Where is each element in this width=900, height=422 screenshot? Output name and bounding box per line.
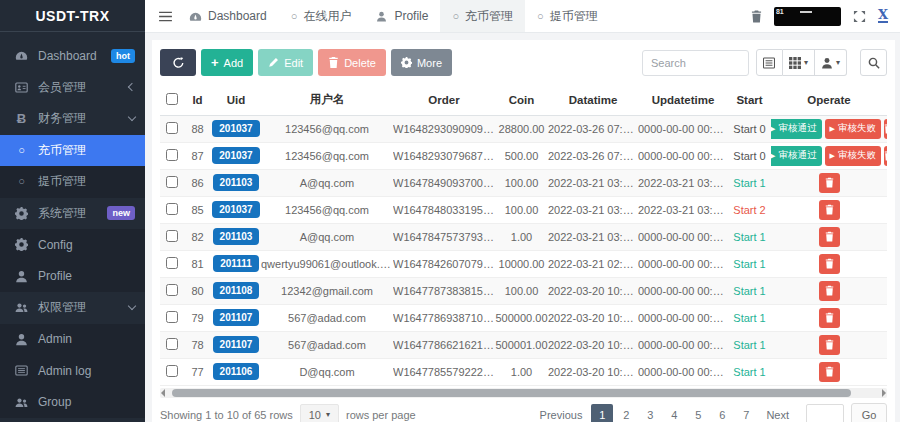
toggle-view-button[interactable] — [756, 49, 783, 76]
refresh-button[interactable] — [160, 49, 196, 76]
go-button[interactable]: Go — [851, 403, 887, 422]
column-header-1[interactable]: Uid — [211, 85, 261, 115]
search-input[interactable] — [642, 50, 749, 76]
approve-button[interactable]: ▶审核通过 — [771, 119, 822, 139]
row-checkbox[interactable] — [166, 284, 178, 296]
tab-label: 在线用户 — [303, 8, 351, 25]
more-button[interactable]: More — [391, 49, 452, 76]
page-button-1[interactable]: 1 — [591, 404, 613, 422]
page-button-7[interactable]: 7 — [735, 404, 757, 422]
uid-badge[interactable]: 201037 — [212, 201, 259, 218]
previous-page-button[interactable]: Previous — [533, 404, 590, 422]
tab-profile[interactable]: Profile — [363, 0, 440, 32]
cell-order: W1647786938710818 — [393, 304, 495, 331]
search-button[interactable] — [860, 49, 887, 76]
column-header-8[interactable]: Operate — [771, 85, 887, 115]
delete-row-button[interactable] — [819, 335, 840, 355]
row-checkbox[interactable] — [166, 149, 178, 161]
page-button-5[interactable]: 5 — [687, 404, 709, 422]
delete-button[interactable]: Delete — [318, 49, 386, 76]
row-checkbox[interactable] — [166, 122, 178, 134]
delete-row-button[interactable] — [819, 308, 840, 328]
row-checkbox[interactable] — [166, 338, 178, 350]
delete-row-button[interactable] — [819, 173, 840, 193]
column-header-6[interactable]: Updatetime — [638, 85, 728, 115]
page-button-4[interactable]: 4 — [663, 404, 685, 422]
row-checkbox[interactable] — [166, 230, 178, 242]
delete-row-button[interactable] — [819, 254, 840, 274]
reject-button[interactable]: ▶审核失败 — [825, 119, 881, 139]
delete-row-button[interactable] — [819, 200, 840, 220]
reject-button[interactable]: ▶审核失败 — [825, 146, 881, 166]
sidebar-item-system[interactable]: 系统管理new — [0, 198, 145, 230]
page-button-3[interactable]: 3 — [639, 404, 661, 422]
delete-row-button[interactable] — [884, 119, 887, 139]
row-checkbox[interactable] — [166, 203, 178, 215]
scrollbar-thumb[interactable] — [172, 389, 851, 397]
cell-id: 81 — [184, 250, 211, 277]
delete-row-button[interactable] — [884, 146, 887, 166]
column-header-7[interactable]: Start — [728, 85, 771, 115]
operate-cell — [771, 281, 887, 301]
uid-badge[interactable]: 201107 — [213, 309, 260, 326]
page-button-6[interactable]: 6 — [711, 404, 733, 422]
sidebar-item-profile[interactable]: Profile — [0, 261, 145, 293]
delete-row-button[interactable] — [819, 227, 840, 247]
tab-online-users[interactable]: ○在线用户 — [279, 0, 364, 32]
column-header-5[interactable]: Datatime — [548, 85, 638, 115]
uid-badge[interactable]: 201037 — [212, 120, 259, 137]
sidebar-item-members[interactable]: 会员管理 — [0, 72, 145, 104]
row-checkbox[interactable] — [166, 365, 178, 377]
delete-row-button[interactable] — [819, 281, 840, 301]
redacted-account[interactable]: 81 — [774, 7, 841, 26]
column-header-0[interactable]: Id — [184, 85, 211, 115]
sidebar-item-admin[interactable]: Admin — [0, 324, 145, 356]
trash-icon[interactable] — [751, 10, 762, 23]
columns-button[interactable]: ▾ — [783, 49, 815, 76]
logout-icon[interactable]: X — [878, 9, 888, 23]
hamburger-menu-icon[interactable] — [153, 11, 177, 22]
tachometer-icon — [189, 11, 202, 22]
uid-badge[interactable]: 201108 — [213, 282, 260, 299]
row-checkbox[interactable] — [166, 176, 178, 188]
sidebar-item-permission[interactable]: 权限管理 — [0, 292, 145, 324]
row-checkbox[interactable] — [166, 311, 178, 323]
goto-page-input[interactable] — [806, 404, 844, 422]
row-checkbox[interactable] — [166, 257, 178, 269]
sidebar-item-admin-log[interactable]: Admin log — [0, 355, 145, 387]
sidebar-item-withdraw[interactable]: ○提币管理 — [0, 166, 145, 198]
uid-badge[interactable]: 201037 — [212, 147, 259, 164]
scroll-right-arrow-icon[interactable] — [882, 389, 886, 397]
tab-dashboard[interactable]: Dashboard — [177, 0, 279, 32]
fullscreen-icon[interactable] — [853, 10, 866, 23]
uid-badge[interactable]: 201107 — [213, 336, 260, 353]
uid-badge[interactable]: 201111 — [213, 255, 259, 272]
scroll-left-arrow-icon[interactable] — [161, 389, 165, 397]
sidebar-item-config[interactable]: Config — [0, 229, 145, 261]
approve-button[interactable]: ▶审核通过 — [771, 146, 822, 166]
uid-badge[interactable]: 201103 — [213, 174, 260, 191]
next-page-button[interactable]: Next — [759, 404, 796, 422]
cell-datatime: 2022-03-20 10:43:03 — [548, 277, 638, 304]
edit-button[interactable]: Edit — [258, 49, 313, 76]
sidebar-item-finance[interactable]: Ƀ财务管理 — [0, 103, 145, 135]
cell-order: W1647849093700184 — [393, 169, 495, 196]
export-button[interactable]: ▾ — [815, 49, 847, 76]
uid-badge[interactable]: 201103 — [213, 228, 260, 245]
uid-badge[interactable]: 201106 — [213, 363, 260, 380]
column-header-4[interactable]: Coin — [495, 85, 548, 115]
select-all-checkbox[interactable] — [166, 93, 178, 105]
column-header-3[interactable]: Order — [393, 85, 495, 115]
page-size-dropdown[interactable]: 10 ▾ — [300, 404, 339, 422]
sidebar-item-deposit[interactable]: ○充币管理 — [0, 135, 145, 167]
column-header-2[interactable]: 用户名 — [261, 85, 393, 115]
sidebar-item-dashboard[interactable]: Dashboardhot — [0, 40, 145, 72]
tab-withdraw[interactable]: ○提币管理 — [525, 0, 610, 32]
page-button-2[interactable]: 2 — [615, 404, 637, 422]
add-button[interactable]: +Add — [201, 49, 253, 76]
tab-deposit[interactable]: ○充币管理 — [440, 0, 525, 32]
delete-row-button[interactable] — [819, 362, 840, 382]
horizontal-scrollbar[interactable] — [160, 388, 887, 398]
operate-cell: ▶审核通过▶审核失败 — [771, 146, 887, 166]
sidebar-item-group[interactable]: Group — [0, 387, 145, 419]
